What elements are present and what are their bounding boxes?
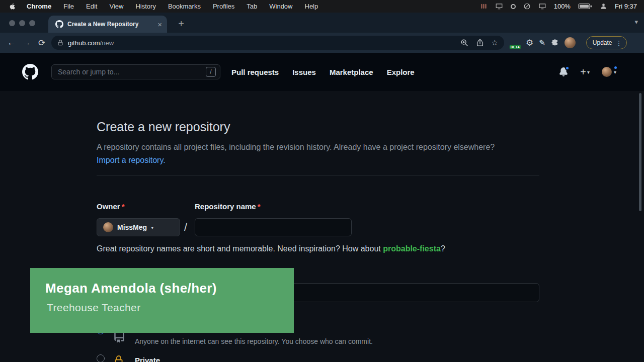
github-logo-icon[interactable] [22,64,38,80]
nav-issues[interactable]: Issues [292,68,316,76]
private-lock-icon [114,355,124,362]
github-header: Search or jump to... / Pull requests Iss… [0,53,644,91]
url-domain: github.com [68,39,100,47]
browser-menu-icon[interactable]: ⋮ [616,39,622,47]
macos-menubar: Chrome File Edit View History Bookmarks … [0,0,644,13]
browser-tab-active[interactable]: Create a New Repository × [48,16,167,33]
do-not-disturb-icon[interactable] [523,3,531,10]
lock-icon [57,40,63,46]
repository-name-label: Repository name* [195,202,261,211]
editor-extension-icon[interactable]: ✎ [539,38,545,47]
presenter-name: Megan Amendola (she/her) [45,281,294,296]
reload-button[interactable]: ⟳ [34,38,49,48]
required-asterisk: * [258,202,261,211]
nav-marketplace[interactable]: Marketplace [330,68,373,76]
owner-avatar [103,222,113,232]
owner-repo-separator: / [184,218,187,236]
page-intro: A repository contains all project files,… [97,141,514,167]
create-new-button[interactable]: +▾ [580,66,590,78]
browser-toolbar: ← → ⟳ github.com/new ☆ BETA ⚙ ✎ Update ⋮ [0,33,644,53]
app-status-icon[interactable] [480,3,488,10]
menubar-item-bookmarks[interactable]: Bookmarks [162,3,207,10]
suggested-name-link[interactable]: probable-fiesta [383,244,441,253]
page-title: Create a new repository [97,120,230,134]
user-menu-button[interactable]: ▾ [602,67,616,77]
github-favicon [55,20,63,28]
battery-icon[interactable] [578,3,592,10]
window-close-button[interactable] [9,20,15,26]
beta-badge: BETA [510,45,521,49]
private-label: Private [135,356,160,362]
back-button[interactable]: ← [4,38,19,48]
presenter-role: Treehouse Teacher [47,302,294,314]
url-path: /new [100,39,114,47]
private-radio[interactable] [97,354,105,362]
update-label: Update [593,39,612,46]
menubar-status-icons: 100% Fri 9:37 [480,3,644,10]
url-text: github.com/new [68,39,114,47]
extensions-area: BETA ⚙ ✎ Update ⋮ [510,36,627,49]
notification-dot [565,66,570,70]
owner-label: Owner* [97,202,125,211]
avatar-notification-dot [613,65,618,70]
window-controls [9,20,35,26]
required-asterisk: * [122,202,125,211]
nav-pull-requests[interactable]: Pull requests [231,68,279,76]
tab-search-chevron-icon[interactable]: ▾ [634,18,638,26]
bookmark-star-icon[interactable]: ☆ [492,38,498,47]
menubar-item-view[interactable]: View [103,3,129,10]
apple-menu-icon[interactable] [9,3,17,11]
menubar-item-chrome[interactable]: Chrome [21,3,57,10]
nav-explore[interactable]: Explore [387,68,415,76]
github-search-input[interactable]: Search or jump to... / [51,64,220,79]
menubar-item-history[interactable]: History [129,3,162,10]
presenter-lower-third: Megan Amendola (she/her) Treehouse Teach… [30,268,294,333]
screen-mirroring-icon[interactable] [495,3,503,10]
repo-name-hint: Great repository names are short and mem… [97,244,445,253]
extensions-puzzle-icon[interactable] [551,39,559,47]
intro-text: A repository contains all project files,… [97,143,495,151]
menubar-clock[interactable]: Fri 9:37 [615,3,637,10]
slash-shortcut-key: / [206,67,216,77]
menubar-item-file[interactable]: File [57,3,80,10]
tab-title: Create a New Repository [67,21,153,28]
settings-extension-icon[interactable]: ⚙ [526,38,533,48]
chevron-down-icon: ▾ [587,69,590,75]
address-bar-actions: ☆ [460,38,498,47]
display-icon[interactable] [538,3,546,10]
menubar-item-help[interactable]: Help [299,3,325,10]
user-switch-icon[interactable] [600,3,607,10]
share-icon[interactable] [476,39,484,47]
tab-close-icon[interactable]: × [157,21,162,28]
record-icon[interactable] [511,4,516,9]
menubar-item-profiles[interactable]: Profiles [207,3,240,10]
window-zoom-button[interactable] [29,20,35,26]
user-avatar [602,67,612,77]
notifications-button[interactable] [559,67,568,76]
browser-profile-avatar[interactable] [565,37,576,48]
chevron-down-icon: ▾ [151,225,153,230]
address-bar[interactable]: github.com/new ☆ [51,36,504,50]
chrome-update-button[interactable]: Update ⋮ [586,36,627,49]
repository-name-input[interactable] [195,218,352,236]
zoom-icon[interactable] [460,39,468,47]
forward-button[interactable]: → [19,38,34,48]
window-minimize-button[interactable] [19,20,25,26]
owner-select-button[interactable]: MissMeg ▾ [97,218,180,236]
public-description: Anyone on the internet can see this repo… [135,337,373,345]
import-repository-link[interactable]: Import a repository. [97,156,166,164]
new-tab-button[interactable]: + [174,17,188,31]
hint-suffix: ? [441,244,445,253]
page-scrollbar[interactable] [639,93,641,211]
chevron-down-icon: ▾ [614,69,616,75]
beta-extension-icon[interactable]: BETA [510,38,520,48]
menubar-item-edit[interactable]: Edit [80,3,103,10]
section-divider [97,175,539,176]
menubar-item-window[interactable]: Window [263,3,298,10]
owner-name: MissMeg [117,223,147,231]
owner-label-text: Owner [97,202,120,211]
hint-text: Great repository names are short and mem… [97,244,383,253]
browser-tabstrip: Create a New Repository × + ▾ [0,13,644,33]
menubar-item-tab[interactable]: Tab [240,3,263,10]
github-header-actions: +▾ ▾ [559,66,616,78]
